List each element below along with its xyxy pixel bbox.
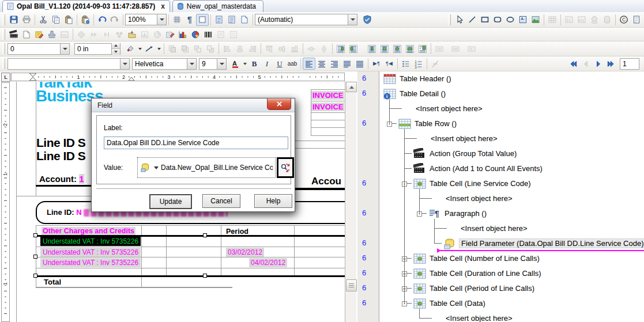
chevron-down-icon[interactable] bbox=[348, 14, 357, 25]
align-center-button[interactable] bbox=[315, 58, 328, 70]
tree-item-label[interactable]: Table Cell (Duration of Line Calls) bbox=[430, 269, 541, 278]
tree-item[interactable]: +Table Cell (Number of Line Calls) bbox=[380, 251, 644, 266]
note-edit-button[interactable] bbox=[33, 28, 46, 40]
tab-masterdata[interactable]: New_opal_masterdata bbox=[172, 0, 263, 12]
undo-button[interactable] bbox=[96, 14, 108, 26]
copy-button[interactable] bbox=[50, 14, 62, 26]
format-combo[interactable]: (Automatic) bbox=[255, 14, 357, 25]
underline-toggle[interactable]: U bbox=[273, 58, 286, 70]
nav-last-button[interactable] bbox=[605, 58, 617, 70]
tree-insert-placeholder[interactable]: <Insert object here> bbox=[380, 101, 644, 116]
align-right-button[interactable] bbox=[328, 58, 341, 70]
tree-item-label[interactable]: Paragraph () bbox=[445, 209, 487, 218]
line-style-button[interactable] bbox=[143, 43, 156, 55]
filmstrip-button[interactable] bbox=[7, 28, 20, 40]
wrap-left-button[interactable] bbox=[334, 43, 347, 55]
wrap-both-button[interactable] bbox=[366, 43, 378, 55]
tree-item[interactable]: +Table Cell (Period of Line Calls) bbox=[380, 281, 644, 296]
validate-shield-button[interactable] bbox=[361, 14, 374, 26]
selection-handle[interactable] bbox=[33, 255, 37, 259]
tree-item[interactable]: Table Header () bbox=[380, 71, 644, 86]
canvas-vertical-scrollbar[interactable] bbox=[345, 81, 356, 322]
toolbar-grip[interactable] bbox=[2, 58, 5, 69]
table-row-desc-selected[interactable]: Understated VAT : Inv 5735226 bbox=[40, 237, 141, 246]
roundrect-tool-button[interactable] bbox=[491, 14, 504, 26]
barcode-button[interactable] bbox=[202, 28, 214, 40]
selection-handle[interactable] bbox=[33, 233, 37, 237]
selection-handle[interactable] bbox=[33, 274, 37, 278]
wrap-right-button[interactable] bbox=[347, 43, 360, 55]
align-left-button[interactable] bbox=[303, 58, 315, 70]
tree-item-label[interactable]: Action (Group Total Value) bbox=[430, 149, 517, 158]
doc-frame-tool-button[interactable] bbox=[630, 14, 643, 26]
line-tool-button[interactable] bbox=[466, 14, 479, 26]
grid-toggle-button[interactable] bbox=[171, 14, 183, 26]
tree-item[interactable]: +Table Cell (Duration of Line Calls) bbox=[380, 266, 644, 281]
tree-insert-label[interactable]: <Insert object here> bbox=[416, 104, 483, 113]
label-input[interactable]: Data.Opal Bill DD.Line Service Code bbox=[104, 137, 288, 149]
tab-opal-bill[interactable]: Opal Bill_V1.120 (2014-09-03 11:47:28.85… bbox=[2, 0, 170, 12]
tree-item-label[interactable]: Field Parameter (Data.Opal Bill DD.Line … bbox=[460, 239, 644, 248]
bold-toggle[interactable]: B bbox=[248, 58, 261, 70]
scrollbar-thumb[interactable] bbox=[346, 279, 357, 291]
align-justify-button[interactable] bbox=[341, 58, 353, 70]
table-row-desc[interactable]: Understated VAT : Inv 5735226 bbox=[40, 258, 141, 267]
chevron-down-icon[interactable] bbox=[120, 59, 129, 69]
formatting-marks[interactable]: ¶ bbox=[183, 14, 196, 26]
paragraph-rtl[interactable]: ¶◀ bbox=[383, 58, 396, 70]
chevron-down-icon[interactable] bbox=[157, 14, 166, 25]
table-row-period[interactable]: 03/02/2012 bbox=[226, 248, 264, 257]
print-button[interactable] bbox=[20, 14, 33, 26]
bullet-list-button[interactable] bbox=[400, 58, 412, 70]
object-tree-panel[interactable]: Table Header ()iTable Detail ()<Insert o… bbox=[380, 71, 644, 322]
cut-button[interactable] bbox=[37, 14, 50, 26]
cancel-button[interactable]: Cancel bbox=[202, 194, 240, 208]
table-row-desc[interactable]: Understated VAT : Inv 5735226 bbox=[40, 248, 141, 257]
tree-item-label[interactable]: Table Cell (Period of Line Calls) bbox=[430, 284, 534, 293]
page-curl-button[interactable] bbox=[20, 28, 33, 40]
image-frame-tool-button[interactable] bbox=[529, 14, 542, 26]
tree-insert-placeholder[interactable]: <Insert object here> bbox=[380, 221, 644, 236]
tree-item-label[interactable]: Action (Add 1 to Count All Events) bbox=[430, 164, 543, 173]
indent-spinner[interactable]: 0 in bbox=[74, 43, 120, 55]
char-style-toggle[interactable]: aab bbox=[286, 58, 299, 70]
field-dialog[interactable]: Field Label: Data.Opal Bill DD.Line Serv… bbox=[91, 98, 295, 212]
page-number-box[interactable]: 1 bbox=[620, 58, 639, 70]
tree-item-label[interactable]: Table Row () bbox=[415, 119, 457, 128]
update-button[interactable]: Update bbox=[149, 194, 192, 209]
import-folder-button[interactable] bbox=[126, 28, 138, 40]
nav-first-button[interactable] bbox=[567, 58, 579, 70]
value-selector[interactable]: Data.New_Opal_Bill.Line Service Code bbox=[137, 157, 276, 178]
lookup-button[interactable] bbox=[277, 157, 294, 178]
toolbar-grip[interactable] bbox=[2, 14, 5, 25]
chevron-down-icon[interactable] bbox=[217, 59, 226, 69]
toolbar-grip[interactable] bbox=[2, 43, 5, 54]
paragraph-style-combo[interactable] bbox=[7, 58, 130, 70]
align-justify-all-button[interactable] bbox=[353, 58, 366, 70]
ellipse-tool-button[interactable] bbox=[504, 14, 517, 26]
tree-insert-placeholder[interactable]: <Insert object here> bbox=[380, 131, 644, 146]
tree-item[interactable]: iTable Detail () bbox=[380, 86, 644, 101]
font-combo[interactable]: Helvetica bbox=[132, 58, 197, 70]
paste-format-button[interactable] bbox=[79, 14, 92, 26]
save-button[interactable] bbox=[7, 14, 20, 26]
chevron-down-icon[interactable] bbox=[60, 44, 69, 54]
chevron-down-icon[interactable] bbox=[154, 164, 159, 172]
selection-handle[interactable] bbox=[203, 274, 207, 278]
rect-tool-button[interactable] bbox=[479, 14, 491, 26]
toolbar-grip[interactable] bbox=[448, 14, 451, 25]
stamp-button[interactable] bbox=[46, 28, 58, 40]
tree-item-label[interactable]: Table Cell (Number of Line Calls) bbox=[430, 254, 540, 263]
zoom-level-combo[interactable]: 100% bbox=[125, 14, 167, 25]
numbered-list-button[interactable]: 123 bbox=[412, 58, 425, 70]
form-edit-button[interactable] bbox=[164, 28, 176, 40]
selected-row-line[interactable] bbox=[36, 275, 345, 277]
tree-item-label[interactable]: Table Header () bbox=[400, 74, 451, 83]
wrap-inline-button[interactable] bbox=[416, 43, 429, 55]
bar-chart-button[interactable] bbox=[176, 28, 189, 40]
tree-insert-label[interactable]: <Insert object here> bbox=[446, 314, 513, 322]
paragraph-ltr[interactable]: ▶¶ bbox=[370, 58, 383, 70]
wrap-topbottom-button[interactable] bbox=[404, 43, 416, 55]
dropdown-arrow-icon[interactable] bbox=[242, 58, 248, 70]
tree-item-label[interactable]: Table Cell (Line Service Code) bbox=[430, 179, 531, 188]
